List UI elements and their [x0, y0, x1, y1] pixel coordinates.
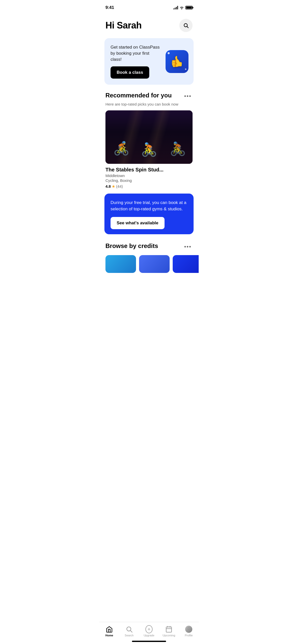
- studio-image: 🚴 🚴 🚴: [105, 110, 193, 164]
- svg-line-1: [187, 26, 188, 28]
- star-icon: ★: [112, 184, 115, 188]
- status-icons: [173, 6, 193, 9]
- credit-card-3[interactable]: [173, 255, 199, 273]
- status-time: 9:41: [105, 5, 114, 10]
- nav-upcoming[interactable]: Upcoming: [159, 625, 179, 638]
- nav-home[interactable]: Home: [99, 625, 119, 638]
- free-trial-banner: During your free trial, you can book at …: [104, 194, 194, 234]
- thumbs-up-icon: 👍: [170, 55, 184, 68]
- book-class-button[interactable]: Book a class: [111, 66, 149, 79]
- svg-rect-4: [166, 627, 172, 632]
- credits-row: [99, 252, 199, 273]
- wifi-icon: [180, 6, 184, 9]
- avatar: [185, 626, 192, 633]
- nav-upcoming-label: Upcoming: [162, 634, 175, 637]
- sparkle-2: [185, 68, 186, 70]
- search-icon: [183, 23, 189, 28]
- studio-categories: Cycling, Boxing: [105, 178, 193, 183]
- studio-rating: 4.8 ★ (44): [105, 184, 193, 188]
- upcoming-icon: [165, 626, 172, 633]
- recommended-section-header: Recommended for you •••: [99, 90, 199, 101]
- browse-title: Browse by credits: [105, 242, 158, 250]
- recommended-title: Recommended for you: [105, 92, 172, 99]
- cyclist-1: 🚴: [113, 141, 130, 156]
- nav-home-label: Home: [105, 634, 113, 637]
- banner-icon: 👍: [166, 50, 188, 73]
- recommended-subtitle: Here are top-rated picks you can book no…: [99, 101, 199, 110]
- studio-card[interactable]: 🚴 🚴 🚴 The Stables Spin Stud... Middletow…: [105, 110, 193, 188]
- nav-profile[interactable]: Profile: [179, 625, 199, 638]
- sparkle-1: [168, 52, 170, 54]
- search-header-button[interactable]: [179, 19, 193, 32]
- rating-value: 4.8: [105, 184, 111, 188]
- nav-upgrade-label: Upgrade: [144, 634, 154, 637]
- upgrade-icon: +: [145, 626, 153, 633]
- studio-name: The Stables Spin Stud...: [105, 167, 193, 173]
- search-nav-icon: [126, 626, 133, 633]
- svg-line-3: [130, 631, 132, 632]
- home-indicator: [132, 641, 166, 642]
- greeting: Hi Sarah: [105, 20, 142, 31]
- nav-upgrade[interactable]: + Upgrade: [139, 625, 159, 638]
- banner-content: Get started on ClassPass by booking your…: [111, 44, 161, 79]
- banner-text: Get started on ClassPass by booking your…: [111, 44, 161, 62]
- home-icon: [106, 626, 113, 633]
- rating-count: (44): [116, 184, 123, 188]
- see-available-button[interactable]: See what's available: [111, 217, 165, 229]
- get-started-banner: Get started on ClassPass by booking your…: [104, 38, 194, 85]
- browse-section-header: Browse by credits •••: [99, 240, 199, 252]
- signal-icon: [173, 6, 178, 9]
- credit-card-2[interactable]: [139, 255, 170, 273]
- nav-search[interactable]: Search: [119, 625, 139, 638]
- browse-section: Browse by credits •••: [99, 240, 199, 298]
- credit-card-1[interactable]: [105, 255, 136, 273]
- nav-profile-label: Profile: [185, 634, 193, 637]
- header: Hi Sarah: [99, 14, 199, 36]
- cycling-scene: 🚴 🚴 🚴: [105, 110, 193, 164]
- status-bar: 9:41: [99, 0, 199, 14]
- profile-icon: [185, 626, 192, 633]
- browse-more-button[interactable]: •••: [183, 242, 193, 251]
- nav-search-label: Search: [125, 634, 134, 637]
- recommended-more-button[interactable]: •••: [183, 92, 193, 100]
- cyclist-3: 🚴: [170, 141, 186, 157]
- battery-icon: [185, 6, 193, 9]
- cyclist-2: 🚴: [141, 142, 157, 157]
- free-trial-text: During your free trial, you can book at …: [111, 200, 187, 212]
- svg-point-8: [188, 627, 189, 629]
- studio-location: Middletown: [105, 173, 193, 178]
